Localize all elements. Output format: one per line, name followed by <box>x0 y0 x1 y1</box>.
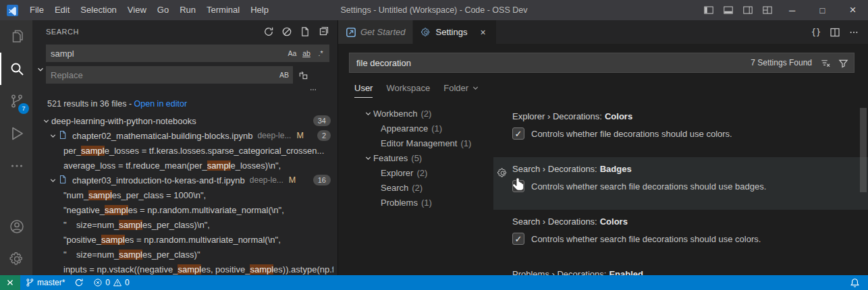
sync-status-item[interactable] <box>70 275 88 290</box>
toc-item-editor-management[interactable]: Editor Management(1) <box>352 136 493 150</box>
search-input[interactable] <box>51 49 285 59</box>
clear-search-results-button[interactable] <box>279 24 294 39</box>
activity-explorer[interactable] <box>0 20 32 53</box>
editor-scrollbar[interactable] <box>860 108 867 192</box>
remote-indicator[interactable] <box>0 275 20 290</box>
vscode-window: FileEditSelectionViewGoRunTerminalHelp S… <box>0 0 868 290</box>
tab-settings[interactable]: Settings× <box>413 20 497 44</box>
gear-icon <box>421 27 431 38</box>
match-text: " size=num_samples_per_class)" <box>63 250 200 260</box>
toc-count: (2) <box>416 168 427 178</box>
match-case-toggle[interactable]: Aa <box>286 47 299 60</box>
settings-toc: Workbench(2)Appearance(1)Editor Manageme… <box>352 98 493 275</box>
toc-item-search[interactable]: Search(2) <box>352 180 493 195</box>
menu-edit[interactable]: Edit <box>49 0 75 20</box>
toc-item-features[interactable]: Features(5) <box>352 150 493 165</box>
whole-word-toggle[interactable]: ab <box>300 47 313 60</box>
results-count-text: 521 results in 36 files <box>47 99 126 109</box>
split-editor-button[interactable] <box>826 24 844 41</box>
search-match-row[interactable]: " size=num_samples_per_class)\n", <box>32 217 337 232</box>
regex-toggle[interactable]: .* <box>314 47 327 60</box>
scope-tab-user[interactable]: User <box>354 83 373 98</box>
toc-item-workbench[interactable]: Workbench(2) <box>352 106 493 121</box>
editor-more-actions-button[interactable] <box>845 24 863 41</box>
search-match-row[interactable]: per_sample_losses = tf.keras.losses.spar… <box>32 143 337 158</box>
menu-go[interactable]: Go <box>152 0 174 20</box>
toggle-primary-sidebar-icon[interactable] <box>699 0 718 20</box>
git-status-badge: M <box>296 131 303 140</box>
activity-manage[interactable] <box>0 243 32 275</box>
scope-tab-workspace[interactable]: Workspace <box>386 83 430 98</box>
search-match-row[interactable]: inputs = np.vstack((negative_samples, po… <box>32 262 337 275</box>
replace-all-button[interactable] <box>296 67 310 82</box>
toc-label: Search <box>381 183 408 193</box>
activity-run-debug[interactable] <box>0 117 32 150</box>
match-highlight: sampl <box>119 250 142 260</box>
remote-icon <box>5 278 15 287</box>
notifications-bell-icon[interactable] <box>850 278 860 288</box>
settings-search-input[interactable] <box>350 58 751 68</box>
activity-source-control[interactable]: 7 <box>0 85 32 117</box>
match-text: "num_samples_per_class = 1000\n", <box>63 190 206 200</box>
search-inputs: Aa ab .* AB <box>46 45 329 94</box>
activity-search[interactable] <box>0 53 32 85</box>
setting-checkbox[interactable]: ✓ <box>512 233 524 245</box>
toggle-secondary-sidebar-icon[interactable] <box>738 0 757 20</box>
toggle-search-details-button[interactable] <box>308 86 321 94</box>
file-result-row[interactable]: chapter03_introduction-to-keras-and-tf.i… <box>32 173 337 187</box>
search-match-row[interactable]: average_loss = tf.reduce_mean(per_sample… <box>32 158 337 173</box>
setting-checkbox[interactable]: ✓ <box>512 180 524 192</box>
setting-title: Search › Decorations:Colors <box>512 216 852 227</box>
folder-result-row[interactable]: deep-learning-with-python-notebooks34 <box>32 113 337 128</box>
setting-gear-icon[interactable] <box>497 167 508 179</box>
branch-name: master* <box>37 278 65 287</box>
refresh-button[interactable] <box>261 24 276 39</box>
open-settings-json-button[interactable]: {} <box>807 24 825 41</box>
replace-input[interactable] <box>51 70 277 80</box>
git-branch-icon <box>25 278 34 287</box>
search-match-row[interactable]: "positive_samples = np.random.multivaria… <box>32 232 337 247</box>
activity-bar-bottom <box>0 210 32 275</box>
activity-more[interactable] <box>0 150 32 182</box>
search-match-row[interactable]: " size=num_samples_per_class)" <box>32 247 337 262</box>
settings-found-count: 7 Settings Found <box>751 58 812 67</box>
preserve-case-toggle[interactable]: AB <box>277 68 291 82</box>
open-in-editor-link[interactable]: Open in editor <box>134 99 188 109</box>
check-icon: ✓ <box>515 181 522 192</box>
close-tab-icon[interactable]: × <box>477 26 489 38</box>
menu-selection[interactable]: Selection <box>75 0 121 20</box>
toc-item-explorer[interactable]: Explorer(2) <box>352 165 493 180</box>
problems-status-item[interactable]: 0 0 <box>88 275 134 290</box>
menu-view[interactable]: View <box>122 0 152 20</box>
scope-tab-folder[interactable]: Folder <box>443 83 480 98</box>
collapse-all-button[interactable] <box>316 24 331 39</box>
sidebar-actions <box>261 24 331 39</box>
close-window-button[interactable]: × <box>838 0 868 20</box>
toggle-replace-button[interactable] <box>35 45 46 94</box>
file-result-row[interactable]: chapter02_mathematical-building-blocks.i… <box>32 128 337 143</box>
maximize-button[interactable]: □ <box>807 0 838 20</box>
setting-name: Colors <box>605 111 632 121</box>
search-match-row[interactable]: "num_samples_per_class = 1000\n", <box>32 187 337 202</box>
minimize-button[interactable]: ─ <box>777 0 807 20</box>
toc-item-problems[interactable]: Problems(1) <box>352 195 493 210</box>
errors-icon <box>93 278 103 287</box>
open-new-search-editor-button[interactable] <box>298 24 313 39</box>
chevron-down-icon <box>471 84 480 92</box>
tab-get-started[interactable]: Get Started <box>338 20 413 44</box>
search-match-row[interactable]: "negative_samples = np.random.multivaria… <box>32 202 337 217</box>
chevron-down-icon <box>362 154 373 163</box>
menu-help[interactable]: Help <box>245 0 274 20</box>
toggle-panel-icon[interactable] <box>718 0 738 20</box>
branch-status-item[interactable]: master* <box>20 275 70 290</box>
toc-label: Features <box>373 153 408 163</box>
clear-settings-filter-button[interactable] <box>817 55 832 70</box>
menu-terminal[interactable]: Terminal <box>201 0 245 20</box>
customize-layout-icon[interactable] <box>757 0 777 20</box>
activity-accounts[interactable] <box>0 210 32 243</box>
setting-checkbox[interactable]: ✓ <box>512 127 524 140</box>
filter-settings-button[interactable] <box>836 55 850 70</box>
menu-file[interactable]: File <box>24 0 49 20</box>
toc-item-appearance[interactable]: Appearance(1) <box>352 121 493 136</box>
menu-run[interactable]: Run <box>174 0 201 20</box>
